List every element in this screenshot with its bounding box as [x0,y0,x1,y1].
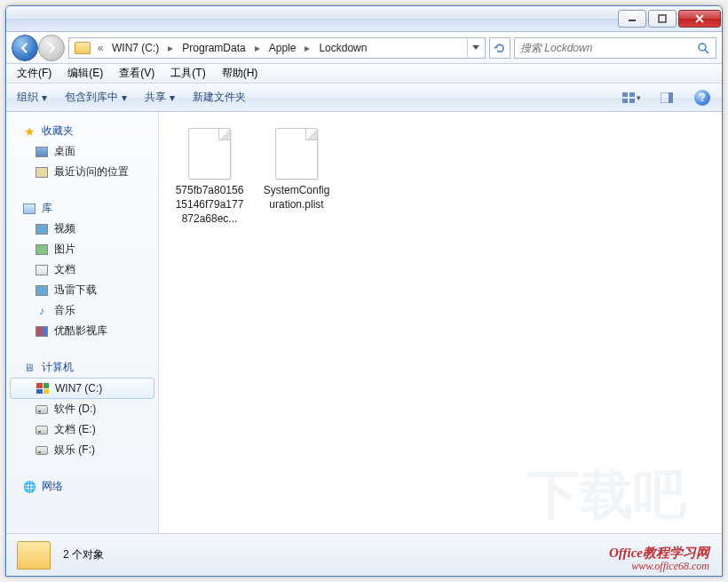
search-bar[interactable] [514,37,716,59]
arrow-left-icon [19,42,31,54]
forward-button[interactable] [38,35,65,61]
organize-button[interactable]: 组织 ▾ [13,88,51,107]
breadcrumb: « WIN7 (C:) ▸ ProgramData ▸ Apple ▸ Lock… [94,38,467,58]
menu-view[interactable]: 查看(V) [114,64,160,83]
document-icon [35,263,49,277]
explorer-window: « WIN7 (C:) ▸ ProgramData ▸ Apple ▸ Lock… [5,5,723,577]
watermark: Office教程学习网 www.office68.com [609,546,709,572]
chevron-right-icon[interactable]: ▸ [164,38,177,58]
desktop-icon [35,145,49,159]
address-right [467,38,483,58]
menu-help[interactable]: 帮助(H) [217,64,264,83]
svg-rect-6 [629,99,635,103]
sidebar-item-youku[interactable]: 优酷影视库 [6,321,158,341]
sidebar-item-drive-e[interactable]: 文档 (E:) [6,419,158,440]
chevron-right-icon[interactable]: ▸ [251,38,264,58]
breadcrumb-segment[interactable]: ProgramData [177,38,250,58]
search-icon[interactable] [696,41,710,55]
view-icon [622,92,637,103]
close-button[interactable] [678,10,721,28]
sidebar-item-recent[interactable]: 最近访问的位置 [6,162,158,182]
svg-rect-4 [629,92,635,97]
sidebar-item-drive-d[interactable]: 软件 (D:) [6,399,158,419]
sidebar-item-drive-c[interactable]: WIN7 (C:) [10,378,154,399]
breadcrumb-segment[interactable]: Apple [264,38,302,58]
svg-rect-3 [622,92,628,97]
svg-rect-5 [622,99,628,103]
drive-icon [35,443,49,458]
help-button[interactable]: ? [690,88,715,108]
body: ★收藏夹 桌面 最近访问的位置 库 视频 图片 文档 迅雷下载 ♪音乐 优酷影视… [6,112,722,533]
arrow-right-icon [45,42,58,54]
content-area[interactable]: 575fb7a8015615146f79a177872a68ec... Syst… [159,112,722,533]
breadcrumb-segment[interactable]: Lockdown [313,38,372,58]
sidebar-libraries: 库 视频 图片 文档 迅雷下载 ♪音乐 优酷影视库 [6,198,158,341]
svg-rect-0 [629,20,636,21]
address-bar[interactable]: « WIN7 (C:) ▸ ProgramData ▸ Apple ▸ Lock… [68,37,486,59]
search-input[interactable] [520,42,696,54]
address-dropdown[interactable] [467,38,483,58]
minimize-icon [628,14,637,23]
chevron-right-icon[interactable]: ▸ [301,38,313,58]
watermark-bg: 下载吧 [526,459,686,531]
share-button[interactable]: 共享 ▾ [141,88,178,107]
drive-icon [35,423,49,437]
close-icon [694,14,705,23]
file-item[interactable]: 575fb7a8015615146f79a177872a68ec... [175,128,244,227]
sidebar-head-computer[interactable]: 🖥计算机 [6,357,158,378]
drive-icon [35,403,49,417]
library-icon [22,202,36,216]
file-name: 575fb7a8015615146f79a177872a68ec... [175,183,244,227]
chevron-down-icon: ▾ [122,92,127,104]
refresh-button[interactable] [489,37,510,59]
chevron-down-icon: ▾ [637,93,641,102]
sidebar-item-desktop[interactable]: 桌面 [6,141,158,162]
svg-rect-1 [659,15,666,22]
navbar: « WIN7 (C:) ▸ ProgramData ▸ Apple ▸ Lock… [6,32,722,64]
nav-buttons [12,35,65,61]
download-icon [35,283,49,298]
back-button[interactable] [12,35,38,61]
file-name: SystemConfiguration.plist [262,183,331,211]
svg-point-2 [699,44,706,51]
toolbar: 组织 ▾ 包含到库中 ▾ 共享 ▾ 新建文件夹 ▾ ? [6,84,722,112]
pane-icon [661,92,673,103]
minimize-button[interactable] [618,10,646,28]
star-icon: ★ [22,124,36,139]
sidebar: ★收藏夹 桌面 最近访问的位置 库 视频 图片 文档 迅雷下载 ♪音乐 优酷影视… [6,112,159,533]
sidebar-item-documents[interactable]: 文档 [6,259,158,280]
sidebar-network: 🌐网络 [6,476,158,497]
computer-icon: 🖥 [22,361,36,375]
watermark-line1: Office教程学习网 [609,546,709,561]
chevron-down-icon: ▾ [170,92,175,104]
sidebar-item-videos[interactable]: 视频 [6,219,158,239]
new-folder-button[interactable]: 新建文件夹 [189,88,249,107]
menu-tools[interactable]: 工具(T) [165,64,210,83]
sidebar-head-favorites[interactable]: ★收藏夹 [6,121,158,141]
folder-icon [75,42,91,54]
sidebar-item-pictures[interactable]: 图片 [6,239,158,259]
menu-file[interactable]: 文件(F) [12,64,57,83]
maximize-button[interactable] [648,10,677,28]
sidebar-head-network[interactable]: 🌐网络 [6,476,158,497]
preview-pane-button[interactable] [654,88,679,108]
chevron-down-icon: ▾ [42,92,47,104]
refresh-icon [494,42,506,54]
breadcrumb-segment[interactable]: WIN7 (C:) [107,38,164,58]
folder-icon [17,541,51,570]
recent-icon [35,165,49,179]
breadcrumb-prefix[interactable]: « [94,38,107,58]
menu-edit[interactable]: 编辑(E) [62,64,108,83]
video-icon [35,222,49,236]
watermark-line2: www.office68.com [609,561,709,572]
file-item[interactable]: SystemConfiguration.plist [262,128,331,211]
file-icon [188,128,231,179]
sidebar-item-music[interactable]: ♪音乐 [6,300,158,321]
sidebar-head-libraries[interactable]: 库 [6,198,158,219]
sidebar-item-thunder[interactable]: 迅雷下载 [6,280,158,300]
view-options-button[interactable]: ▾ [619,88,644,108]
include-library-button[interactable]: 包含到库中 ▾ [61,88,131,107]
file-icon [275,128,318,179]
sidebar-item-drive-f[interactable]: 娱乐 (F:) [6,440,158,460]
sidebar-computer: 🖥计算机 WIN7 (C:) 软件 (D:) 文档 (E:) 娱乐 (F:) [6,357,158,460]
